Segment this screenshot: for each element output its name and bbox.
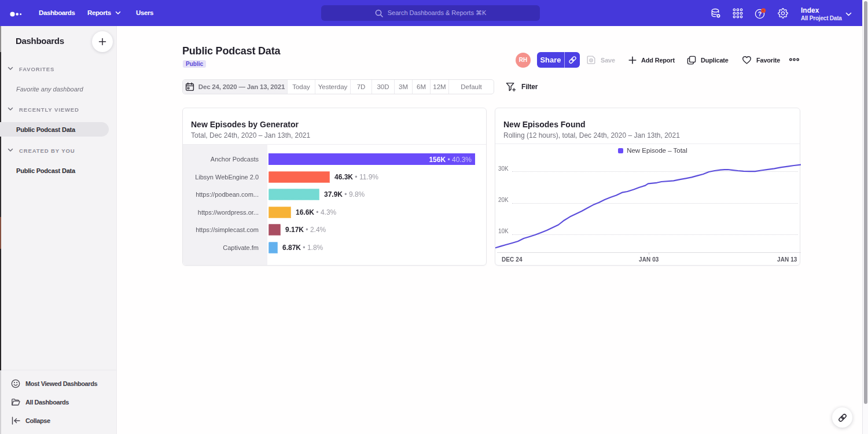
svg-text:?: ? xyxy=(758,10,762,17)
